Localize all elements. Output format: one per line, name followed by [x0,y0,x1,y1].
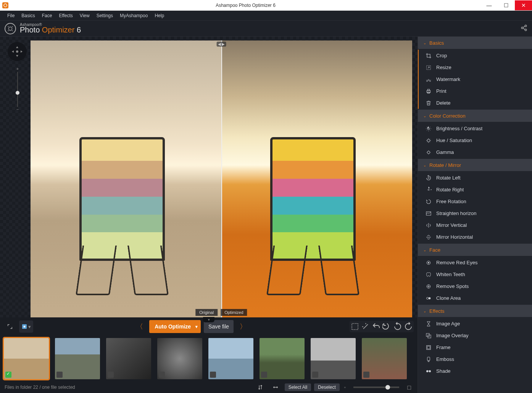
thumb-checkbox[interactable] [108,372,114,378]
rating-filter-button[interactable]: ▾ [19,320,33,333]
menu-view[interactable]: View [76,13,93,18]
tool-label: Watermark [436,76,460,82]
resize-h-button[interactable] [269,381,282,393]
collapse-handle[interactable]: ▾ [203,317,214,322]
rotate-cw-90-icon[interactable] [404,322,413,332]
brightness-icon [426,126,432,132]
panel-header-basics[interactable]: ⌄Basics [418,37,532,49]
thumbnail[interactable] [157,338,202,379]
thumb-checkbox[interactable] [312,372,318,378]
magic-icon[interactable] [361,322,370,332]
chevron-down-icon: ⌄ [423,248,426,252]
tool-redeye[interactable]: Remove Red Eyes [418,257,532,268]
tool-crop[interactable]: Crop [418,50,532,61]
thumb-checkbox[interactable] [363,372,369,378]
tool-age[interactable]: Image Age [418,318,532,330]
sort-button[interactable] [254,381,266,393]
menu-effects[interactable]: Effects [55,13,76,18]
tool-spots[interactable]: Remove Spots [418,280,532,292]
redo-icon[interactable] [382,322,392,332]
thumb-size-slider[interactable] [353,387,399,388]
tool-mirror-v[interactable]: Mirror Vertical [418,219,532,231]
menu-basics[interactable]: Basics [18,13,38,18]
crop-icon [426,53,432,59]
thumb-small-icon[interactable]: ▫ [343,385,347,390]
panel-header-effects[interactable]: ⌄Effects [418,305,532,317]
svg-point-6 [16,50,18,53]
pan-control[interactable] [8,42,27,61]
mirror-v-icon [426,222,432,228]
thumbnail[interactable] [4,338,49,379]
tool-print[interactable]: Print [418,85,532,97]
prev-button[interactable]: 〈 [133,322,146,331]
thumb-checkbox[interactable] [159,372,165,378]
zoom-in-icon[interactable]: + [16,66,19,72]
chevron-down-icon: ⌄ [423,309,426,313]
logo-main: Photo Optimizer 6 [20,26,81,34]
compare-divider[interactable] [221,40,222,317]
tool-resize[interactable]: Resize [418,61,532,73]
thumbnail[interactable] [106,338,151,379]
tool-free-rotation[interactable]: Free Rotation [418,196,532,207]
thumbnail[interactable] [55,338,100,379]
next-button[interactable]: 〉 [237,322,250,331]
tool-label: Emboss [436,356,454,362]
svg-rect-26 [427,345,431,349]
thumb-large-icon[interactable]: ◻ [405,384,413,391]
thumb-checkbox[interactable] [56,372,63,378]
tool-rotate-left[interactable]: 90Rotate Left [418,172,532,184]
maximize-button[interactable]: ☐ [498,0,515,10]
thumbnail[interactable] [208,338,253,379]
panel-header-rotate-mirror[interactable]: ⌄Rotate / Mirror [418,159,532,171]
fullscreen-button[interactable] [4,320,16,333]
film-strip[interactable] [0,336,418,382]
thumb-checkbox[interactable] [261,372,267,378]
logo-bar: Ashampoo® Photo Optimizer 6 [0,21,532,37]
thumb-checkbox[interactable] [210,372,216,378]
menu-myashampoo[interactable]: MyAshampoo [116,13,151,18]
tool-label: Remove Spots [436,283,469,289]
close-button[interactable]: ✕ [515,0,532,10]
tool-overlay[interactable]: Image Overlay [418,330,532,341]
tool-emboss[interactable]: Emboss [418,353,532,365]
thumbnail[interactable] [311,338,356,379]
select-all-button[interactable]: Select All [285,383,311,391]
rotate-ccw-90-icon[interactable] [393,322,402,332]
window-title: Ashampoo Photo Optimizer 6 [11,3,480,8]
tool-delete[interactable]: Delete [418,97,532,109]
undo-icon[interactable] [372,322,381,332]
compare-handle[interactable]: ◀ ▶ [217,42,226,47]
tool-rotate-right[interactable]: 90Rotate Right [418,184,532,196]
compare-preview[interactable]: ◀ ▶ Original Optimized [31,40,412,317]
svg-point-22 [427,297,429,299]
deselect-button[interactable]: Deselect [314,383,340,391]
thumb-checkbox[interactable] [5,372,11,378]
thumbnail[interactable] [362,338,407,379]
panel-header-color-correction[interactable]: ⌄Color Correction [418,110,532,122]
share-button[interactable] [521,24,527,32]
tool-label: Image Overlay [436,333,469,338]
tool-brightness[interactable]: Brightness / Contrast [418,123,532,134]
tool-watermark[interactable]: Watermark [418,73,532,85]
marquee-icon[interactable] [350,322,360,332]
tool-hue[interactable]: Hue / Saturation [418,134,532,146]
menu-help[interactable]: Help [151,13,168,18]
zoom-out-icon[interactable]: − [16,107,19,112]
menu-settings[interactable]: Settings [93,13,116,18]
tool-straighten[interactable]: Straighten horizon [418,207,532,219]
minimize-button[interactable]: — [480,0,498,10]
menu-file[interactable]: File [4,13,18,18]
tool-teeth[interactable]: Whiten Teeth [418,268,532,280]
tool-frame[interactable]: Frame [418,341,532,353]
tools-panel[interactable]: ⌄BasicsCropResizeWatermarkPrintDelete⌄Co… [418,37,532,393]
tool-clone[interactable]: Clone Area [418,292,532,304]
auto-optimize-button[interactable]: Auto Optimize [149,320,201,333]
tool-shade[interactable]: Shade [418,365,532,377]
tool-gamma[interactable]: Gamma [418,146,532,158]
menu-face[interactable]: Face [39,13,56,18]
teeth-icon [426,272,432,278]
thumbnail[interactable] [260,338,305,379]
tool-mirror-h[interactable]: Mirror Horizontal [418,231,532,243]
zoom-slider[interactable]: + − [16,66,19,112]
panel-header-face[interactable]: ⌄Face [418,244,532,256]
